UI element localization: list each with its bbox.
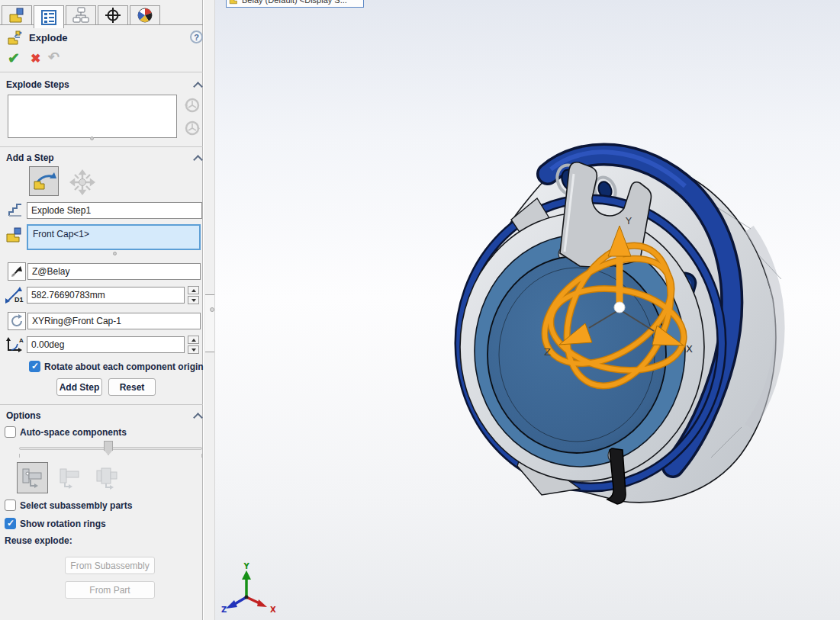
regular-step-icon[interactable] [29,166,59,196]
list-resize-grip[interactable] [90,137,94,140]
ok-icon[interactable]: ✔ [8,50,20,67]
select-subassembly-checkbox[interactable] [5,500,16,511]
angle-icon: A [5,336,25,355]
spacing-option-2-icon[interactable] [56,465,84,491]
explode-steps-list[interactable] [8,95,177,138]
distance-spinner[interactable] [188,286,199,304]
triad-x-label: X [270,606,276,614]
collapse-add-step-icon[interactable] [195,154,201,161]
page-title: Explode [29,32,68,43]
property-manager-icon [40,9,57,26]
options-header: Options [6,410,40,421]
divider [0,72,203,72]
rotation-axis-icon[interactable] [8,312,26,330]
tab-feature-manager[interactable] [2,5,32,25]
divider [0,146,203,147]
svg-text:D1: D1 [14,296,24,304]
rotation-axis-field[interactable]: XYRing@Front Cap-1 [27,313,201,329]
reuse-explode-label: Reuse explode: [5,535,72,546]
manipulator-y-label: Y [625,215,632,226]
dimxpert-icon [104,7,122,24]
spacing-option-1-icon[interactable] [17,462,48,493]
angle-spinner[interactable] [188,336,199,354]
reference-triad: Y Z X [221,562,276,614]
redo-explode-step-icon[interactable] [183,119,201,137]
components-selection-box[interactable]: Front Cap<1> [27,224,201,250]
slider-tick [19,454,20,458]
radial-step-icon[interactable] [69,169,96,196]
explode-steps-header: Explode Steps [6,79,69,90]
spin-up-icon[interactable] [188,286,199,294]
reset-button[interactable]: Reset [108,378,156,396]
assembly-icon [8,7,26,24]
undo-explode-step-icon[interactable] [183,96,201,114]
show-rotation-rings-checkbox[interactable] [5,518,16,529]
tab-display-manager[interactable] [130,5,160,25]
auto-space-slider-thumb[interactable] [104,441,113,455]
from-part-button[interactable]: From Part [65,581,155,599]
select-subassembly-label: Select subassembly parts [20,500,132,511]
pm-actions: ✔ ✖ ↷ [0,49,203,69]
spin-down-icon[interactable] [188,296,199,304]
angle-field[interactable]: 0.00deg [27,336,185,353]
collapse-explode-steps-icon[interactable] [195,81,201,88]
auto-space-label: Auto-space components [20,427,127,438]
display-manager-icon [137,7,153,24]
distance-icon: D1 [4,286,25,304]
tab-configuration-manager[interactable] [66,5,96,25]
direction-icon[interactable] [8,262,26,281]
from-subassembly-button[interactable]: From Subassembly [65,557,155,574]
triad-z-label: Z [221,606,227,614]
slider-tick [201,454,202,458]
triad-y-label: Y [243,562,249,570]
distance-field[interactable]: 582.76690783mm [27,287,185,304]
panel-tab-bar [0,0,203,25]
model-viewport: Y Z X Y Z X [215,0,840,620]
components-icon [5,226,24,244]
step-name-field[interactable]: Explode Step1 [27,202,202,219]
rotate-about-origin-label: Rotate about each component origin [44,361,204,372]
direction-field[interactable]: Z@Belay [27,263,201,280]
configurations-icon [72,7,90,24]
cancel-icon[interactable]: ✖ [31,51,40,66]
manipulator-origin-dot[interactable] [614,302,625,313]
solidworks-window: Explode ? ✔ ✖ ↷ Explode Steps [0,0,840,620]
tab-dimxpert-manager[interactable] [98,5,128,25]
add-step-button[interactable]: Add Step [56,378,102,396]
manipulator-z-label: Z [544,346,551,358]
spin-up-icon[interactable] [188,336,199,344]
divider [0,404,203,405]
undo-icon[interactable]: ↷ [48,49,60,66]
show-rotation-rings-label: Show rotation rings [20,519,106,529]
tab-property-manager[interactable] [34,5,64,28]
selection-resize-grip[interactable] [113,252,117,255]
step-name-icon [7,201,24,218]
collapse-options-icon[interactable] [195,412,201,419]
rotate-about-origin-checkbox[interactable] [29,361,40,372]
spacing-option-3-icon[interactable] [93,465,121,491]
manipulator-x-label: X [686,343,693,355]
help-icon[interactable]: ? [190,31,203,43]
auto-space-checkbox[interactable] [5,426,16,438]
svg-text:A: A [19,337,24,344]
panel-header: Explode ? [0,31,203,47]
property-manager-panel: Explode ? ✔ ✖ ↷ Explode Steps [0,0,203,620]
spin-down-icon[interactable] [188,345,199,354]
explode-feature-icon [7,31,24,48]
add-step-header: Add a Step [6,153,54,163]
graphics-area[interactable]: Belay (Default) <Display S... [214,0,840,620]
